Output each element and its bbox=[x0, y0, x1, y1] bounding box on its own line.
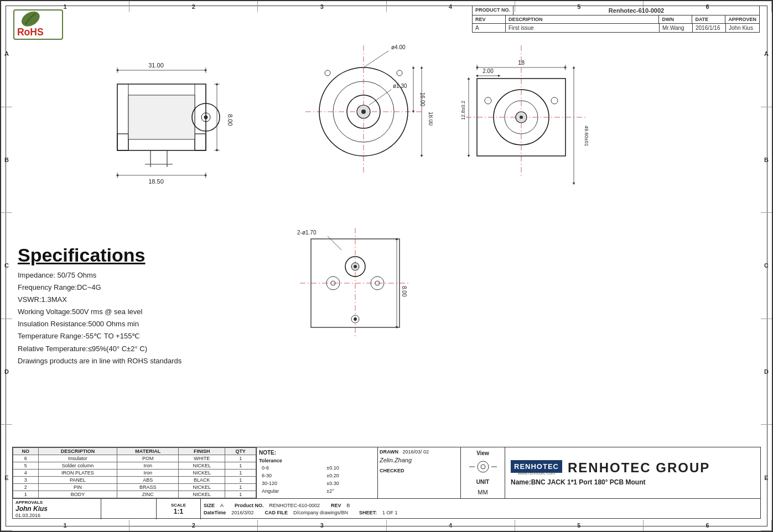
title-row-product: Product NO. Renhotec-610-0002 bbox=[473, 6, 759, 15]
tolerance-table: 0-6 ±0.10 6-30 ±0.20 30-120 ±0.30 Angula… bbox=[259, 463, 375, 496]
approvals-label: APPROVALS bbox=[15, 500, 98, 505]
grid-bottom-4: 4 bbox=[387, 520, 515, 531]
spec-item-4: Working Voltage:500V rms @ sea level bbox=[18, 306, 239, 318]
description-label: DESCRIPTION bbox=[506, 15, 659, 23]
rev-label: REV bbox=[473, 15, 506, 23]
bom-cell-2-qty: 1 bbox=[225, 484, 256, 491]
bom-row-6: 6 Insulator POM WHITE 1 bbox=[13, 455, 256, 462]
bom-header-qty: QTY bbox=[225, 448, 256, 455]
grid-bottom-1: 1 bbox=[1, 520, 129, 531]
svg-point-34 bbox=[361, 109, 366, 114]
rev-footer-label: REV bbox=[331, 503, 341, 508]
bom-cell-1-desc: BODY bbox=[38, 491, 117, 498]
bom-cell-4-desc: IRON PLATES bbox=[38, 470, 117, 477]
bom-cell-4-mat: Iron bbox=[117, 470, 179, 477]
svg-text:RoHS: RoHS bbox=[17, 26, 44, 37]
scale-cell: SCALE 1:1 bbox=[157, 499, 201, 519]
bom-cell-5-mat: Iron bbox=[117, 462, 179, 470]
specifications-title: Specifications bbox=[18, 244, 239, 266]
svg-text:ø4.00: ø4.00 bbox=[391, 44, 406, 50]
company-block: RENHOTEC www.renhotec.com RENHOTEC GROUP… bbox=[505, 447, 760, 498]
svg-text:49.60±01: 49.60±01 bbox=[584, 126, 589, 146]
approven-label: APPROVEN bbox=[725, 15, 759, 23]
svg-point-53 bbox=[551, 97, 558, 104]
rev-value: A bbox=[473, 24, 506, 32]
spec-item-6: Temperature Range:-55℃ TO +155℃ bbox=[18, 330, 239, 342]
grid-bottom-2: 2 bbox=[129, 520, 258, 531]
scale-label: SCALE bbox=[159, 503, 198, 508]
svg-point-81 bbox=[481, 465, 485, 469]
description-value: First issue bbox=[506, 24, 660, 32]
drawing-right: 18 2.00 12.8±0.2 49.60±01 bbox=[455, 34, 610, 200]
approvals-cell: APPROVALS John Kius 01.03.2016 bbox=[13, 499, 101, 519]
svg-rect-7 bbox=[128, 95, 195, 139]
tol-row-3: 30-120 ±0.30 bbox=[260, 480, 374, 487]
svg-text:ø1.30: ø1.30 bbox=[393, 83, 407, 89]
bom-cell-2-fin: NICKEL bbox=[179, 484, 225, 491]
rohs-logo: RoHS bbox=[13, 9, 63, 40]
bom-cell-2-desc: PIN bbox=[38, 484, 117, 491]
drawing-center: ø4.00 ø1.30 16.00 18.00 bbox=[294, 34, 433, 200]
bom-row-1: 1 BODY ZINC NICKEL 1 bbox=[13, 491, 256, 498]
bom-cell-2-mat: BRASS bbox=[117, 484, 179, 491]
bom-cell-1-fin: NICKEL bbox=[179, 491, 225, 498]
tol-row-1: 0-6 ±0.10 bbox=[260, 465, 374, 471]
size-label: SIZE bbox=[204, 503, 215, 508]
bom-cell-4-qty: 1 bbox=[225, 470, 256, 477]
bom-row-5: 5 Solder column Iron NICKEL 1 bbox=[13, 462, 256, 470]
grid-right-D: D bbox=[761, 319, 772, 425]
svg-point-52 bbox=[485, 97, 491, 104]
svg-rect-4 bbox=[195, 134, 206, 150]
drawn-num: 02 bbox=[423, 449, 429, 455]
bom-header-desc: DESCRIPTION bbox=[38, 448, 117, 455]
grid-right: A B C D E bbox=[761, 1, 772, 531]
grid-left-E: E bbox=[1, 425, 12, 531]
bom-cell-3-mat: ABS bbox=[117, 477, 179, 484]
grid-bottom: 1 2 3 4 5 6 bbox=[1, 520, 772, 531]
approvals-signed: John Kius bbox=[15, 505, 98, 513]
grid-top-2: 2 bbox=[129, 1, 258, 12]
svg-text:8.00: 8.00 bbox=[401, 286, 407, 297]
product-no-footer: RENHOTEC-610-0002 bbox=[269, 503, 320, 508]
sheet-label: SHEET: bbox=[359, 510, 377, 515]
bom-header-finish: FINISH bbox=[179, 448, 225, 455]
spec-item-7: Relative Temperature:≤95%(40° C±2° C) bbox=[18, 343, 239, 355]
svg-point-10 bbox=[204, 116, 207, 119]
svg-point-35 bbox=[325, 70, 330, 76]
note-label: NOTE: bbox=[259, 450, 375, 456]
svg-point-73 bbox=[354, 265, 357, 268]
grid-bottom-5: 5 bbox=[515, 520, 644, 531]
bom-row-2: 2 PIN BRASS NICKEL 1 bbox=[13, 484, 256, 491]
drawing-page: 1 2 3 4 5 6 1 2 3 4 5 6 A B C D E A B C … bbox=[0, 0, 773, 532]
brand-box-container: RENHOTEC www.renhotec.com bbox=[511, 460, 562, 476]
bom-cell-4-no: 4 bbox=[13, 470, 39, 477]
svg-text:12.8±0.2: 12.8±0.2 bbox=[460, 101, 466, 120]
datetime-label: DateTime bbox=[204, 510, 226, 515]
bom-cell-6-qty: 1 bbox=[225, 455, 256, 462]
svg-text:31.00: 31.00 bbox=[148, 62, 164, 69]
svg-text:2-ø1.70: 2-ø1.70 bbox=[297, 230, 317, 236]
bom-table: NO DESCRIPTION MATERIAL FINISH QTY 6 Ins… bbox=[13, 447, 256, 498]
bottom-block: NO DESCRIPTION MATERIAL FINISH QTY 6 Ins… bbox=[12, 447, 761, 519]
grid-left-B: B bbox=[1, 107, 12, 213]
grid-top-3: 3 bbox=[258, 1, 386, 12]
dwn-value: Mr.Wang bbox=[660, 24, 693, 32]
bom-cell-3-qty: 1 bbox=[225, 477, 256, 484]
grid-right-E: E bbox=[761, 425, 772, 531]
grid-left-C: C bbox=[1, 213, 12, 319]
dwn-label: DWN bbox=[659, 15, 692, 23]
drawn-checked: DRAWN 2016/03/ 02 Zelin.Zhang CHECKED bbox=[378, 447, 461, 498]
spec-item-1: Impedance: 50/75 Ohms bbox=[18, 269, 239, 281]
grid-left-D: D bbox=[1, 319, 12, 425]
bom-cell-4-fin: NICKEL bbox=[179, 470, 225, 477]
bom-header-row: NO DESCRIPTION MATERIAL FINISH QTY bbox=[13, 448, 256, 455]
checked-label: CHECKED bbox=[380, 468, 459, 473]
datetime-value: 2016/3/02 bbox=[231, 510, 253, 515]
tol-val-1: ±0.10 bbox=[325, 465, 374, 471]
drawn-date: 2016/03/ bbox=[403, 449, 422, 455]
spec-item-8: Drawings products are in line with ROHS … bbox=[18, 355, 239, 367]
spec-item-3: VSWR:1.3MAX bbox=[18, 294, 239, 306]
specifications-section: Specifications Impedance: 50/75 Ohms Fre… bbox=[18, 244, 239, 367]
svg-text:8.00: 8.00 bbox=[227, 114, 234, 126]
bom-cell-3-desc: PANEL bbox=[38, 477, 117, 484]
